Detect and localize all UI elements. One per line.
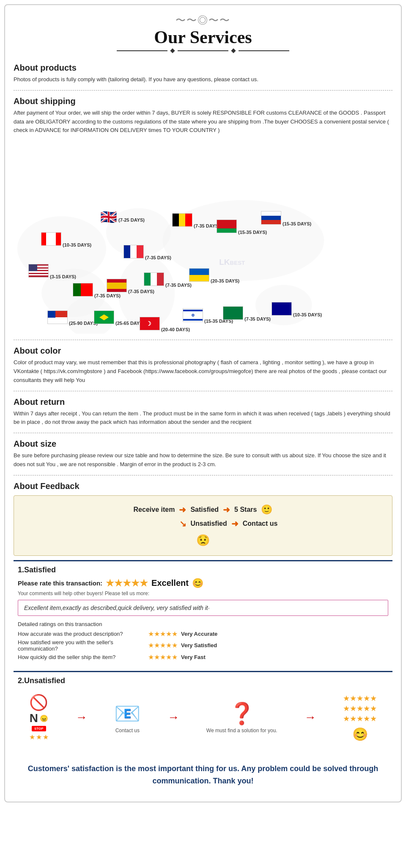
unsatisfied-title: 2.Unsatisfied (18, 676, 388, 685)
q3-stars: ★★★★★ (148, 653, 178, 661)
diamond-center (231, 48, 236, 53)
about-size-title: About size (14, 439, 392, 449)
flag-belgium: (7-35 DAYS) (172, 213, 220, 228)
review-text: Excellent item,exactly as described,quic… (24, 604, 210, 611)
rating-row-1: How accurate was the product description… (18, 630, 388, 638)
divider-3 (14, 391, 392, 391)
ratings-table: Detailed ratings on this transaction How… (18, 621, 388, 661)
flag-uk: 🇬🇧 (7-25 DAYS) (100, 209, 145, 225)
arrow-2: ➜ (223, 505, 230, 515)
unsatisfied-section: 2.Unsatisfied 🚫 N 😠 STOP ★ ★ ★ (14, 671, 392, 750)
about-shipping-section: About shipping After payment of Your ord… (9, 96, 397, 135)
unsat-step-solution: ❓ We must find a solution for you. (206, 701, 277, 733)
frown-emoji: 😟 (196, 534, 210, 547)
about-size-text: Be sure before purchasing please review … (14, 451, 392, 469)
satisfied-title: 1.Satisfied (18, 566, 388, 574)
flag-australia: (10-35 DAYS) (272, 302, 322, 317)
q1-stars: ★★★★★ (148, 630, 178, 638)
question-icon: ❓ (229, 701, 255, 726)
about-feedback-title: About Feedback (14, 481, 392, 491)
about-return-title: About return (14, 397, 392, 407)
flag-france: (7-35 DAYS) (123, 245, 171, 260)
about-shipping-text: After payment of Your order, we will shi… (14, 109, 392, 135)
email-icon: 📧 (114, 701, 140, 726)
result-stars-1: ★★★★★ (343, 694, 377, 703)
unsat-step-stars: ★★★★★ ★★★★★ ★★★★★ 😊 (343, 694, 377, 742)
unsatisfied-flow: 🚫 N 😠 STOP ★ ★ ★ → 📧 Contact (18, 689, 388, 746)
stars-label: 5 Stars (234, 506, 257, 514)
unsat-star-1: ★ (29, 733, 35, 741)
smile-emoji: 🙂 (261, 504, 272, 515)
about-products-section: About products Photos of products is ful… (9, 63, 397, 84)
shipping-map: LKBEST (10-35 DAYS) 🇬🇧 (7-25 DAYS) (7-35… (9, 139, 397, 334)
about-products-title: About products (14, 63, 392, 73)
satisfied-label: Satisfied (190, 506, 219, 514)
about-color-section: About color Color of product may vary, w… (9, 346, 397, 385)
flag-canada: (10-35 DAYS) (41, 232, 91, 247)
result-stars-3: ★★★★★ (343, 714, 377, 723)
happy-emoji: 😊 (192, 578, 203, 589)
diamond-left (170, 48, 175, 53)
rate-label: Please rate this transaction: (18, 580, 102, 587)
about-shipping-title: About shipping (14, 96, 392, 106)
unsat-step-email: 📧 Contact us (114, 701, 140, 733)
q1-verdict: Very Accurate (181, 631, 217, 637)
rate-row: Please rate this transaction: ★★★★★ Exce… (18, 578, 388, 589)
about-color-text: Color of product may vary, we must remem… (14, 358, 392, 385)
flag-ukraine: (20-35 DAYS) (189, 268, 239, 283)
solution-label: We must find a solution for you. (206, 728, 277, 733)
n-label: N (30, 711, 38, 725)
unhappy-emoji: 😠 (40, 714, 48, 722)
bottom-text: Customers' satisfaction is the most impo… (28, 764, 379, 785)
flag-usa: (3-15 DAYS) (28, 264, 76, 279)
result-stars-2: ★★★★★ (343, 704, 377, 713)
feedback-unsatisfied-row: ↘ Unsatisfied ➜ Contact us (179, 519, 278, 529)
flow-arrow-2: → (167, 711, 179, 724)
page-header: 〜〜◎〜〜 Our Services (9, 9, 397, 59)
feedback-box: Receive item ➜ Satisfied ➜ 5 Stars 🙂 ↘ U… (14, 495, 392, 556)
about-products-text: Photos of products is fully comply with … (14, 75, 392, 84)
rating-row-2: How satisfied were you with the seller's… (18, 639, 388, 652)
flag-russia: (15-35 DAYS) (261, 211, 311, 226)
page-wrapper: 〜〜◎〜〜 Our Services About products Photos… (4, 4, 402, 802)
flag-belarus: (15-35 DAYS) (217, 220, 267, 235)
stop-badge: STOP (32, 726, 46, 731)
review-box: Excellent item,exactly as described,quic… (18, 600, 388, 616)
unsat-step-no: 🚫 N 😠 STOP ★ ★ ★ (29, 694, 49, 741)
q3-verdict: Very Fast (181, 654, 206, 660)
result-emoji: 😊 (352, 727, 368, 742)
detailed-label: Detailed ratings on this transaction (18, 621, 388, 627)
rating-row-3: How quickly did the seller ship the item… (18, 653, 388, 661)
unsat-star-3: ★ (43, 733, 49, 741)
excellent-label: Excellent (151, 578, 189, 588)
help-text: Your comments will help other buyers! Pl… (18, 591, 388, 596)
q1-label: How accurate was the product description… (18, 631, 145, 637)
flag-saudi: (7-35 DAYS) (223, 306, 271, 321)
contact-us-label: Contact us (115, 728, 140, 733)
unsatisfied-label: Unsatisfied (191, 520, 227, 527)
page-title: Our Services (9, 27, 397, 47)
flag-brazil: (25-65 DAYS) (94, 310, 144, 326)
arrow-1: ➜ (179, 505, 186, 515)
q2-label: How satisfied were you with the seller's… (18, 639, 145, 652)
about-return-text: Within 7 days after receipt , You can re… (14, 409, 392, 427)
divider-4 (14, 433, 392, 433)
no-sign-icon: 🚫 (29, 694, 48, 711)
about-size-section: About size Be sure before purchasing ple… (9, 439, 397, 469)
about-color-title: About color (14, 346, 392, 356)
q2-stars: ★★★★★ (148, 641, 178, 649)
q3-label: How quickly did the seller ship the item… (18, 654, 145, 660)
about-feedback-section: About Feedback (9, 481, 397, 491)
receive-item-label: Receive item (134, 506, 175, 514)
flow-arrow-3: → (304, 711, 316, 724)
flow-arrow-1: → (76, 711, 88, 724)
flag-italy: (7-35 DAYS) (144, 272, 192, 288)
unsat-star-2: ★ (36, 733, 42, 741)
arrow-3: ↘ (179, 519, 187, 529)
about-return-section: About return Within 7 days after receipt… (9, 397, 397, 427)
header-decoration: 〜〜◎〜〜 (9, 14, 397, 27)
rating-stars: ★★★★★ (106, 578, 148, 589)
title-underline (9, 49, 397, 52)
arrow-4: ➜ (231, 519, 239, 529)
divider-2 (14, 340, 392, 340)
